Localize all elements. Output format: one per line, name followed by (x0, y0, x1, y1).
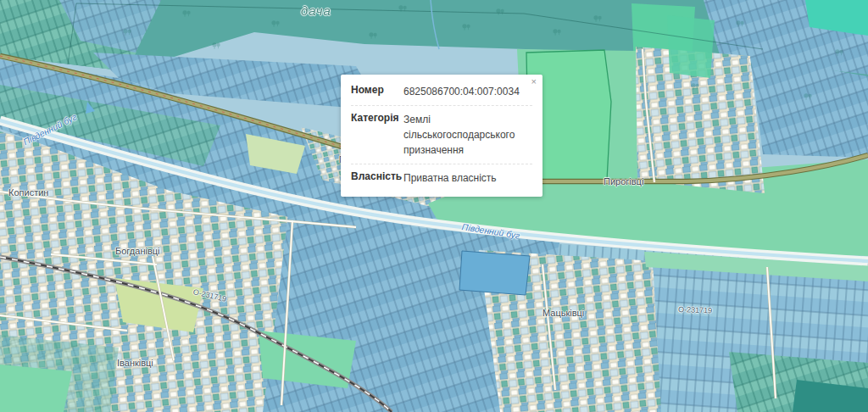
popup-row-number: Номер 6825086700:04:007:0034 (351, 78, 532, 106)
popup-row-ownership: Власність Приватна власність (351, 164, 532, 192)
popup-field-label: Власність (351, 170, 403, 186)
map-canvas[interactable] (0, 0, 868, 412)
cadastral-map-page[interactable]: дача Південний буг Південний буг Кописти… (0, 0, 868, 412)
popup-field-label: Категорія (351, 112, 403, 158)
popup-row-category: Категорія Землі сільськогосподарського п… (351, 106, 532, 164)
popup-field-value: Землі сільськогосподарського призначення (403, 112, 532, 158)
popup-field-value: Приватна власність (403, 170, 532, 186)
close-icon[interactable]: × (531, 77, 537, 86)
popup-field-label: Номер (351, 84, 403, 99)
parcel-info-popup: × Номер 6825086700:04:007:0034 Категорія… (341, 75, 542, 197)
popup-field-value: 6825086700:04:007:0034 (403, 84, 532, 99)
